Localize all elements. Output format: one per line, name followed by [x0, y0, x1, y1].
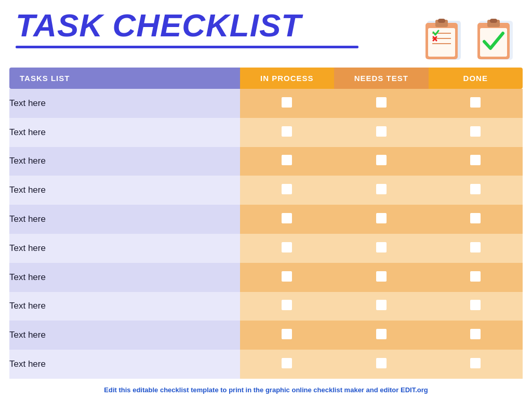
checkbox-needstest-cell[interactable]	[334, 147, 428, 176]
task-cell: Text here	[9, 89, 240, 118]
page-title: TASK CHECKLIST	[16, 9, 358, 42]
table-row: Text here	[9, 176, 523, 205]
checkbox-done-cell[interactable]	[429, 89, 523, 118]
checkbox-inprocess-icon[interactable]	[282, 329, 292, 339]
table-row: Text here	[9, 321, 523, 350]
checkbox-inprocess-icon[interactable]	[282, 300, 292, 310]
table-header-row: TASKS LIST IN PROCESS NEEDS TEST DONE	[9, 68, 523, 89]
checkbox-needstest-cell[interactable]	[334, 176, 428, 205]
checkbox-inprocess-cell[interactable]	[240, 89, 334, 118]
title-underline	[16, 46, 358, 48]
checkbox-done-icon[interactable]	[470, 300, 481, 310]
checkbox-done-cell[interactable]	[429, 321, 523, 350]
checkbox-needstest-cell[interactable]	[334, 350, 428, 379]
checkbox-inprocess-icon[interactable]	[282, 184, 292, 194]
svg-rect-2	[428, 28, 455, 57]
checkbox-needstest-icon[interactable]	[376, 184, 387, 194]
checkbox-inprocess-cell[interactable]	[240, 292, 334, 321]
svg-rect-4	[438, 19, 445, 23]
checkbox-inprocess-icon[interactable]	[282, 97, 292, 108]
checkbox-needstest-cell[interactable]	[334, 263, 428, 292]
footer: Edit this editable checklist template to…	[0, 382, 532, 399]
table-row: Text here	[9, 350, 523, 379]
checkbox-inprocess-icon[interactable]	[282, 242, 292, 252]
checkbox-inprocess-icon[interactable]	[282, 155, 292, 165]
checkbox-done-icon[interactable]	[470, 126, 481, 137]
checkbox-inprocess-cell[interactable]	[240, 350, 334, 379]
table-row: Text here	[9, 205, 523, 234]
task-cell: Text here	[9, 234, 240, 263]
checkbox-done-cell[interactable]	[429, 292, 523, 321]
page-wrapper: TASK CHECKLIST	[0, 0, 532, 399]
checkbox-done-cell[interactable]	[429, 263, 523, 292]
task-cell: Text here	[9, 176, 240, 205]
checkbox-needstest-cell[interactable]	[334, 292, 428, 321]
checkbox-done-cell[interactable]	[429, 147, 523, 176]
checkbox-needstest-icon[interactable]	[376, 300, 387, 310]
checkbox-needstest-icon[interactable]	[376, 97, 387, 108]
checkbox-needstest-cell[interactable]	[334, 118, 428, 147]
checkbox-done-icon[interactable]	[470, 271, 481, 282]
checkbox-done-icon[interactable]	[470, 213, 481, 223]
checkbox-inprocess-icon[interactable]	[282, 126, 292, 137]
checkbox-needstest-cell[interactable]	[334, 234, 428, 263]
table-row: Text here	[9, 292, 523, 321]
task-cell: Text here	[9, 350, 240, 379]
task-cell: Text here	[9, 205, 240, 234]
checkbox-needstest-icon[interactable]	[376, 213, 387, 223]
checkbox-done-cell[interactable]	[429, 118, 523, 147]
header: TASK CHECKLIST	[0, 0, 532, 61]
checkbox-done-cell[interactable]	[429, 176, 523, 205]
clipboard-checklist-x-icon	[423, 15, 464, 61]
col-header-done: DONE	[429, 68, 523, 89]
checkbox-done-icon[interactable]	[470, 155, 481, 165]
title-section: TASK CHECKLIST	[16, 9, 358, 48]
task-cell: Text here	[9, 292, 240, 321]
task-cell: Text here	[9, 263, 240, 292]
task-cell: Text here	[9, 321, 240, 350]
checkbox-needstest-icon[interactable]	[376, 358, 387, 368]
icons-section	[423, 9, 516, 61]
table-row: Text here	[9, 118, 523, 147]
table-section: TASKS LIST IN PROCESS NEEDS TEST DONE Te…	[0, 61, 532, 382]
checkbox-inprocess-cell[interactable]	[240, 176, 334, 205]
checkbox-needstest-icon[interactable]	[376, 329, 387, 339]
checkbox-needstest-cell[interactable]	[334, 205, 428, 234]
table-row: Text here	[9, 263, 523, 292]
col-header-needstest: NEEDS TEST	[334, 68, 428, 89]
checkbox-done-cell[interactable]	[429, 205, 523, 234]
footer-text: Edit this editable checklist template to…	[104, 386, 428, 394]
checkbox-done-icon[interactable]	[470, 97, 481, 108]
checkbox-needstest-icon[interactable]	[376, 242, 387, 252]
checkbox-inprocess-cell[interactable]	[240, 205, 334, 234]
task-cell: Text here	[9, 118, 240, 147]
task-cell: Text here	[9, 147, 240, 176]
table-row: Text here	[9, 89, 523, 118]
checkbox-needstest-cell[interactable]	[334, 89, 428, 118]
table-row: Text here	[9, 234, 523, 263]
checkbox-done-cell[interactable]	[429, 350, 523, 379]
checkbox-done-icon[interactable]	[470, 242, 481, 252]
checkbox-needstest-cell[interactable]	[334, 321, 428, 350]
table-row: Text here	[9, 147, 523, 176]
col-header-tasks: TASKS LIST	[9, 68, 240, 89]
checkbox-inprocess-cell[interactable]	[240, 321, 334, 350]
checkbox-inprocess-icon[interactable]	[282, 271, 292, 282]
checkbox-inprocess-icon[interactable]	[282, 213, 292, 223]
col-header-inprocess: IN PROCESS	[240, 68, 334, 89]
checkbox-inprocess-cell[interactable]	[240, 118, 334, 147]
checkbox-done-icon[interactable]	[470, 329, 481, 339]
clipboard-checkmark-icon	[475, 15, 516, 61]
svg-rect-14	[490, 19, 497, 23]
checkbox-done-icon[interactable]	[470, 184, 481, 194]
checkbox-needstest-icon[interactable]	[376, 126, 387, 137]
checklist-table: TASKS LIST IN PROCESS NEEDS TEST DONE Te…	[9, 68, 523, 379]
checkbox-inprocess-icon[interactable]	[282, 358, 292, 368]
checkbox-done-cell[interactable]	[429, 234, 523, 263]
checkbox-needstest-icon[interactable]	[376, 155, 387, 165]
checkbox-needstest-icon[interactable]	[376, 271, 387, 282]
checkbox-inprocess-cell[interactable]	[240, 147, 334, 176]
checkbox-inprocess-cell[interactable]	[240, 263, 334, 292]
checkbox-done-icon[interactable]	[470, 358, 481, 368]
checkbox-inprocess-cell[interactable]	[240, 234, 334, 263]
